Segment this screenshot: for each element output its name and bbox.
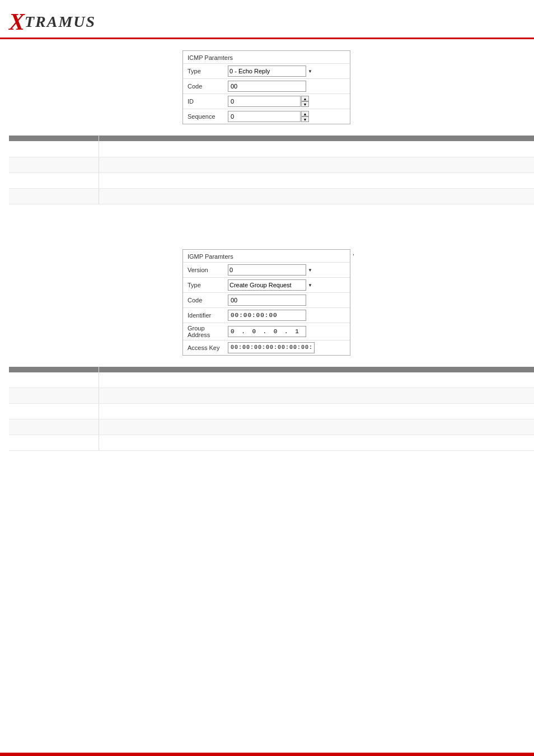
igmp-panel-title: IGMP Paramters (183, 250, 350, 262)
icmp-type-control: 0 - Echo Reply 3 - Destination Unreachab… (228, 66, 345, 77)
icmp-code-control (228, 81, 345, 92)
icmp-row-1-label (9, 141, 99, 157)
icmp-table-header-row (9, 136, 534, 141)
icmp-row-3-label (9, 172, 99, 188)
icmp-id-row: ID ▲ ▼ (183, 94, 350, 109)
igmp-type-row: Type Create Group Request Join Group Req… (183, 277, 350, 292)
icmp-sequence-up-button[interactable]: ▲ (301, 111, 309, 116)
igmp-group-address-input[interactable] (228, 326, 306, 337)
icmp-id-up-button[interactable]: ▲ (301, 96, 309, 101)
igmp-row-4-label (9, 419, 99, 435)
header: XTRAMUS (0, 0, 534, 39)
icmp-table-header (9, 136, 534, 141)
icmp-id-down-button[interactable]: ▼ (301, 101, 309, 107)
icmp-type-select-wrapper: 0 - Echo Reply 3 - Destination Unreachab… (228, 66, 315, 77)
igmp-code-control (228, 295, 345, 306)
icmp-col-label (9, 136, 99, 141)
igmp-version-control: 0 1 2 3 (228, 264, 345, 276)
icmp-row-1-value (99, 141, 534, 157)
icmp-code-label: Code (188, 83, 228, 90)
igmp-identifier-label: Identifier (188, 312, 228, 319)
igmp-identifier-control (228, 310, 345, 321)
table-row (9, 404, 534, 419)
icmp-col-value (99, 136, 534, 141)
mid-spacer (9, 216, 525, 249)
igmp-access-key-label: Access Key (188, 344, 228, 351)
igmp-row-5-value (99, 435, 534, 451)
icmp-sequence-input[interactable] (228, 111, 301, 122)
table-row (9, 372, 534, 388)
icmp-row-2-label (9, 157, 99, 172)
table-row (9, 435, 534, 451)
igmp-type-control: Create Group Request Join Group Request … (228, 279, 345, 291)
icmp-id-spinner: ▲ ▼ (228, 96, 309, 107)
igmp-access-key-control (228, 342, 345, 353)
table-row (9, 141, 534, 157)
icmp-sequence-spinner: ▲ ▼ (228, 111, 309, 122)
igmp-table-body (9, 372, 534, 451)
logo-x: X (9, 10, 25, 34)
igmp-col-label (9, 367, 99, 372)
igmp-group-address-row: Group Address (183, 323, 350, 340)
igmp-access-key-row: Access Key (183, 340, 350, 355)
table-row (9, 388, 534, 404)
icmp-sequence-spinner-buttons: ▲ ▼ (301, 111, 309, 122)
igmp-col-value (99, 367, 534, 372)
igmp-group-address-label: Group Address (188, 325, 228, 338)
igmp-table-header (9, 367, 534, 372)
igmp-table (9, 367, 534, 451)
igmp-table-header-row (9, 367, 534, 372)
igmp-group-address-control (228, 326, 345, 337)
icmp-sequence-row: Sequence ▲ ▼ (183, 109, 350, 124)
icmp-type-row: Type 0 - Echo Reply 3 - Destination Unre… (183, 63, 350, 78)
igmp-identifier-row: Identifier (183, 307, 350, 323)
igmp-version-select-wrapper: 0 1 2 3 (228, 264, 315, 276)
igmp-type-select[interactable]: Create Group Request Join Group Request … (228, 279, 306, 291)
igmp-code-input[interactable] (228, 295, 306, 306)
igmp-type-label: Type (188, 282, 228, 288)
icmp-id-label: ID (188, 98, 228, 105)
icmp-type-select[interactable]: 0 - Echo Reply 3 - Destination Unreachab… (228, 66, 306, 77)
igmp-access-key-input[interactable] (228, 342, 315, 353)
icmp-row-3-value (99, 172, 534, 188)
igmp-row-2-label (9, 388, 99, 404)
icmp-id-input[interactable] (228, 96, 301, 107)
main-content: ICMP Paramters Type 0 - Echo Reply 3 - D… (0, 39, 534, 473)
igmp-panel: IGMP Paramters Version 0 1 2 3 Type (182, 249, 350, 356)
igmp-row-1-value (99, 372, 534, 388)
icmp-row-2-value (99, 157, 534, 172)
igmp-version-label: Version (188, 267, 228, 273)
table-row (9, 172, 534, 188)
igmp-identifier-input[interactable] (228, 310, 306, 321)
icmp-id-control: ▲ ▼ (228, 96, 345, 107)
icmp-table (9, 136, 534, 204)
igmp-code-label: Code (188, 297, 228, 304)
icmp-id-spinner-buttons: ▲ ▼ (301, 96, 309, 107)
logo-text: TRAMUS (25, 14, 96, 30)
igmp-row-3-value (99, 404, 534, 419)
table-row (9, 188, 534, 204)
icmp-code-input[interactable] (228, 81, 306, 92)
icmp-type-label: Type (188, 68, 228, 74)
igmp-row-3-label (9, 404, 99, 419)
icmp-sequence-down-button[interactable]: ▼ (301, 116, 309, 122)
igmp-row-1-label (9, 372, 99, 388)
icmp-sequence-label: Sequence (188, 113, 228, 120)
igmp-row-2-value (99, 388, 534, 404)
igmp-version-row: Version 0 1 2 3 (183, 262, 350, 277)
icmp-row-4-value (99, 188, 534, 204)
footer-bar (0, 753, 534, 756)
icmp-panel: ICMP Paramters Type 0 - Echo Reply 3 - D… (182, 50, 350, 124)
icmp-row-4-label (9, 188, 99, 204)
comma-note: , (353, 249, 354, 256)
icmp-code-row: Code (183, 78, 350, 94)
igmp-version-select[interactable]: 0 1 2 3 (228, 264, 306, 276)
igmp-row-4-value (99, 419, 534, 435)
icmp-sequence-control: ▲ ▼ (228, 111, 345, 122)
igmp-type-select-wrapper: Create Group Request Join Group Request … (228, 279, 315, 291)
table-row (9, 419, 534, 435)
icmp-panel-title: ICMP Paramters (183, 51, 350, 63)
igmp-code-row: Code (183, 292, 350, 307)
igmp-row-5-label (9, 435, 99, 451)
table-row (9, 157, 534, 172)
